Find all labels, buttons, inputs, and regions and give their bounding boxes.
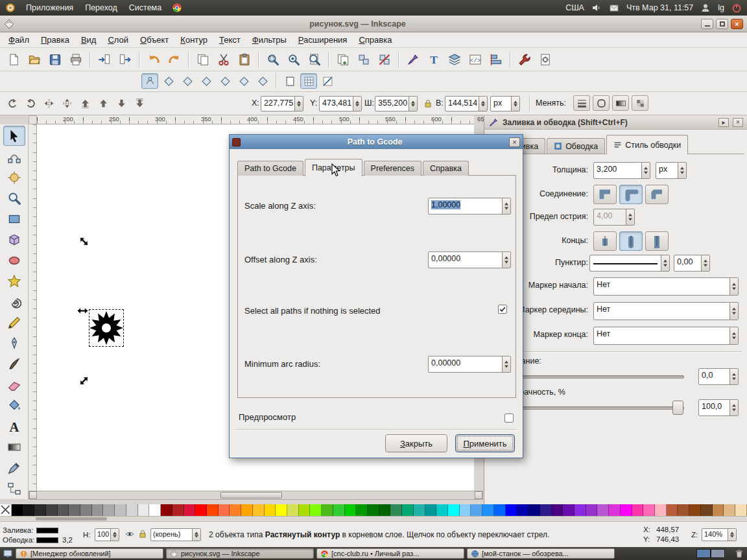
min-arc-radius-value[interactable]: 0,00000 <box>429 356 502 372</box>
cut-button[interactable] <box>214 51 233 69</box>
palette-swatch[interactable] <box>632 504 644 516</box>
user-name[interactable]: lg <box>718 3 724 12</box>
palette-swatch[interactable] <box>552 504 563 516</box>
cap-round-button[interactable] <box>619 231 643 251</box>
menubar-item[interactable]: Слой <box>102 33 134 47</box>
spin-down[interactable] <box>479 104 487 111</box>
workspace-switcher[interactable] <box>696 549 725 558</box>
palette-swatch[interactable] <box>172 504 184 516</box>
dialog-tab[interactable]: Path to Gcode <box>237 161 303 176</box>
undo-button[interactable] <box>144 51 163 69</box>
scale-z-spinbox[interactable]: 1,00000 <box>428 198 511 215</box>
blur-value[interactable]: 0,0 <box>699 369 729 384</box>
gnome-menu-item[interactable]: Приложения <box>21 1 78 14</box>
palette-swatch[interactable] <box>265 504 276 516</box>
affect-patterns-toggle[interactable] <box>632 95 648 111</box>
tool-spiral[interactable] <box>3 292 25 312</box>
spin-down[interactable] <box>353 104 361 111</box>
cap-square-button[interactable] <box>645 231 669 251</box>
palette-swatch[interactable] <box>379 504 391 516</box>
unlink-clone-button[interactable] <box>375 51 394 69</box>
snap-paths-toggle[interactable] <box>160 73 177 89</box>
tool-rectangle[interactable] <box>3 209 25 229</box>
palette-swatch[interactable] <box>138 504 150 516</box>
min-arc-radius-spinbox[interactable]: 0,00000 <box>428 356 511 373</box>
palette-swatch[interactable] <box>609 504 621 516</box>
taskbar-window-button[interactable]: [мой-станок — обозрева... <box>467 548 615 559</box>
tool-ellipse[interactable] <box>3 250 25 270</box>
spin-up[interactable] <box>295 97 303 104</box>
palette-swatch[interactable] <box>322 504 333 516</box>
offset-z-spinbox[interactable]: 0,00000 <box>428 251 511 268</box>
width-value[interactable]: 355,200 <box>375 97 409 111</box>
spin-up[interactable] <box>479 97 487 104</box>
select-all-checkbox[interactable] <box>498 305 507 314</box>
palette-swatch[interactable] <box>414 504 425 516</box>
zoom-selection-button[interactable] <box>263 51 283 69</box>
menubar-item[interactable]: Текст <box>213 33 246 47</box>
palette-swatch[interactable] <box>356 504 368 516</box>
spin-up[interactable] <box>353 97 361 104</box>
rotate-ccw-button[interactable] <box>4 95 21 111</box>
join-round-button[interactable] <box>619 185 643 204</box>
offset-z-value[interactable]: 0,00000 <box>429 252 502 268</box>
mail-icon[interactable] <box>609 3 619 13</box>
tool-calligraphy[interactable] <box>3 354 25 374</box>
dash-offset-value[interactable]: 0,00 <box>674 255 701 271</box>
spin-up[interactable] <box>503 198 510 206</box>
menubar-item[interactable]: Фильтры <box>246 33 292 47</box>
palette-swatch[interactable] <box>448 504 460 516</box>
palette-swatch[interactable] <box>253 504 265 516</box>
panel-tab[interactable]: Обводка <box>547 138 605 154</box>
object-opacity-value[interactable]: 100 <box>95 529 110 541</box>
spin-down[interactable] <box>409 104 417 111</box>
marker-mid-combo[interactable]: Нет <box>593 302 739 320</box>
scroll-left-arrow[interactable] <box>29 491 37 499</box>
palette-swatch[interactable] <box>230 504 241 516</box>
menubar-item[interactable]: Правка <box>35 33 75 47</box>
dock-collapse-button[interactable]: ▸ <box>718 118 729 127</box>
minimize-button[interactable] <box>701 19 713 29</box>
gear-object[interactable] <box>89 309 124 347</box>
palette-swatch[interactable] <box>597 504 609 516</box>
object-opacity-spinbox[interactable]: 100 <box>95 528 119 541</box>
dash-offset-spinbox[interactable]: 0,00 <box>674 255 710 272</box>
palette-swatch[interactable] <box>621 504 632 516</box>
tool-connector[interactable] <box>3 478 25 498</box>
preferences-button[interactable] <box>515 51 534 69</box>
snap-cusp-nodes-toggle[interactable] <box>198 73 215 89</box>
palette-swatch[interactable] <box>517 504 528 516</box>
text-editor-button[interactable]: T <box>424 51 444 69</box>
spin-down[interactable] <box>503 260 510 268</box>
palette-swatch[interactable] <box>563 504 575 516</box>
dialog-close-button[interactable]: × <box>509 137 520 147</box>
preview-checkbox[interactable] <box>504 414 514 423</box>
snap-object-centers-toggle[interactable] <box>254 73 271 89</box>
duplicate-button[interactable] <box>333 51 353 69</box>
align-distribute-button[interactable] <box>486 51 506 69</box>
zoom-spinbox[interactable]: 140% <box>702 528 737 541</box>
import-button[interactable] <box>95 51 114 69</box>
stroke-color-swatch[interactable] <box>36 537 58 543</box>
affect-corners-toggle[interactable] <box>593 95 610 111</box>
raise-button[interactable] <box>95 95 112 111</box>
tool-bezier-pen[interactable] <box>3 333 25 353</box>
palette-swatch[interactable] <box>184 504 196 516</box>
palette-swatch[interactable] <box>494 504 506 516</box>
palette-swatch[interactable] <box>471 504 482 516</box>
stroke-width-units-combo[interactable]: px <box>656 162 687 179</box>
blur-spinbox[interactable]: 0,0 <box>698 368 739 385</box>
palette-swatch[interactable] <box>46 504 58 516</box>
palette-swatch[interactable] <box>299 504 311 516</box>
palette-swatch[interactable] <box>276 504 287 516</box>
volume-icon[interactable] <box>591 3 602 13</box>
create-clone-button[interactable] <box>354 51 374 69</box>
xml-editor-button[interactable]: </> <box>466 51 485 69</box>
palette-swatch[interactable] <box>310 504 322 516</box>
stroke-width-spinbox[interactable]: 3,200 <box>593 162 650 179</box>
palette-swatch[interactable] <box>241 504 253 516</box>
taskbar-window-button[interactable]: [cnc-club.ru • Личный раз... <box>316 548 464 559</box>
dialog-titlebar[interactable]: Path to Gcode × <box>230 135 523 149</box>
palette-swatch[interactable] <box>506 504 517 516</box>
paste-button[interactable] <box>235 51 254 69</box>
